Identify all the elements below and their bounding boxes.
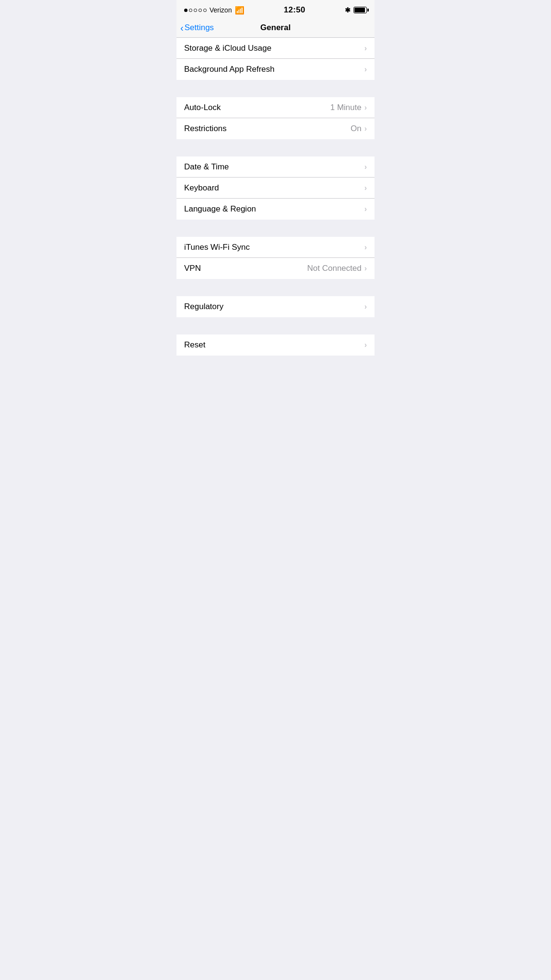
status-time: 12:50 [284, 5, 305, 15]
regulatory-row[interactable]: Regulatory › [176, 296, 375, 317]
signal-dot-4 [198, 9, 202, 12]
date-time-chevron-icon: › [364, 163, 367, 171]
section-divider-1 [176, 80, 375, 97]
reset-chevron-icon: › [364, 341, 367, 349]
reset-row-right: › [364, 341, 367, 349]
reset-row-left: Reset [184, 340, 205, 350]
section-divider-4 [176, 279, 375, 296]
itunes-wifi-sync-label: iTunes Wi-Fi Sync [184, 243, 250, 252]
battery-body [353, 7, 367, 13]
itunes-wifi-sync-row-right: › [364, 243, 367, 252]
vpn-label: VPN [184, 264, 201, 273]
restrictions-row-right: On › [351, 124, 367, 134]
navigation-bar: ‹ Settings General [176, 19, 375, 38]
regulatory-row-left: Regulatory [184, 302, 223, 312]
storage-row-left: Storage & iCloud Usage [184, 44, 271, 53]
bluetooth-icon: ✱ [345, 6, 351, 14]
keyboard-row-right: › [364, 184, 367, 192]
vpn-row-right: Not Connected › [307, 264, 367, 273]
battery-fill [354, 8, 365, 12]
background-refresh-row-left: Background App Refresh [184, 65, 275, 74]
restrictions-row-left: Restrictions [184, 124, 227, 134]
settings-group-4: iTunes Wi-Fi Sync › VPN Not Connected › [176, 237, 375, 279]
settings-group-2: Auto-Lock 1 Minute › Restrictions On › [176, 97, 375, 139]
battery-indicator [353, 7, 367, 13]
background-refresh-label: Background App Refresh [184, 65, 275, 74]
restrictions-row[interactable]: Restrictions On › [176, 118, 375, 139]
storage-chevron-icon: › [364, 44, 367, 53]
back-chevron-icon: ‹ [180, 23, 184, 33]
vpn-value: Not Connected [307, 264, 361, 273]
signal-dot-2 [189, 9, 192, 12]
back-button[interactable]: ‹ Settings [180, 23, 214, 33]
keyboard-chevron-icon: › [364, 184, 367, 192]
reset-row[interactable]: Reset › [176, 334, 375, 356]
status-right: ✱ [345, 6, 367, 14]
settings-group-5: Regulatory › [176, 296, 375, 317]
keyboard-row[interactable]: Keyboard › [176, 178, 375, 199]
signal-strength [184, 9, 207, 12]
language-region-row[interactable]: Language & Region › [176, 199, 375, 220]
settings-group-1: Storage & iCloud Usage › Background App … [176, 38, 375, 80]
carrier-label: Verizon [209, 6, 232, 14]
back-button-label: Settings [185, 23, 214, 33]
reset-label: Reset [184, 340, 205, 350]
regulatory-row-right: › [364, 302, 367, 311]
storage-row[interactable]: Storage & iCloud Usage › [176, 38, 375, 59]
vpn-row-left: VPN [184, 264, 201, 273]
settings-container: Storage & iCloud Usage › Background App … [176, 38, 375, 373]
status-left: Verizon 📶 [184, 6, 244, 15]
background-refresh-chevron-icon: › [364, 65, 367, 74]
keyboard-label: Keyboard [184, 183, 219, 193]
section-divider-3 [176, 220, 375, 237]
signal-dot-5 [203, 9, 207, 12]
signal-dot-1 [184, 9, 187, 12]
section-divider-2 [176, 139, 375, 156]
auto-lock-row[interactable]: Auto-Lock 1 Minute › [176, 97, 375, 118]
auto-lock-row-right: 1 Minute › [330, 103, 367, 112]
signal-dot-3 [194, 9, 197, 12]
itunes-wifi-sync-row-left: iTunes Wi-Fi Sync [184, 243, 250, 252]
language-region-chevron-icon: › [364, 205, 367, 213]
section-divider-5 [176, 317, 375, 334]
regulatory-chevron-icon: › [364, 302, 367, 311]
date-time-row-left: Date & Time [184, 162, 229, 172]
auto-lock-row-left: Auto-Lock [184, 103, 221, 112]
date-time-row[interactable]: Date & Time › [176, 156, 375, 178]
vpn-row[interactable]: VPN Not Connected › [176, 258, 375, 279]
itunes-wifi-sync-chevron-icon: › [364, 243, 367, 252]
date-time-row-right: › [364, 163, 367, 171]
regulatory-label: Regulatory [184, 302, 223, 312]
restrictions-label: Restrictions [184, 124, 227, 134]
auto-lock-chevron-icon: › [364, 103, 367, 112]
restrictions-value: On [351, 124, 362, 134]
background-app-refresh-row[interactable]: Background App Refresh › [176, 59, 375, 80]
vpn-chevron-icon: › [364, 264, 367, 273]
auto-lock-value: 1 Minute [330, 103, 361, 112]
storage-row-right: › [364, 44, 367, 53]
language-region-row-right: › [364, 205, 367, 213]
wifi-icon: 📶 [235, 6, 244, 15]
background-refresh-row-right: › [364, 65, 367, 74]
section-divider-6 [176, 356, 375, 373]
language-region-label: Language & Region [184, 204, 256, 214]
settings-group-6: Reset › [176, 334, 375, 356]
restrictions-chevron-icon: › [364, 124, 367, 133]
storage-label: Storage & iCloud Usage [184, 44, 271, 53]
itunes-wifi-sync-row[interactable]: iTunes Wi-Fi Sync › [176, 237, 375, 258]
language-region-row-left: Language & Region [184, 204, 256, 214]
settings-group-3: Date & Time › Keyboard › Language & Regi… [176, 156, 375, 220]
auto-lock-label: Auto-Lock [184, 103, 221, 112]
keyboard-row-left: Keyboard [184, 183, 219, 193]
status-bar: Verizon 📶 12:50 ✱ [176, 0, 375, 19]
date-time-label: Date & Time [184, 162, 229, 172]
page-title: General [260, 23, 290, 33]
